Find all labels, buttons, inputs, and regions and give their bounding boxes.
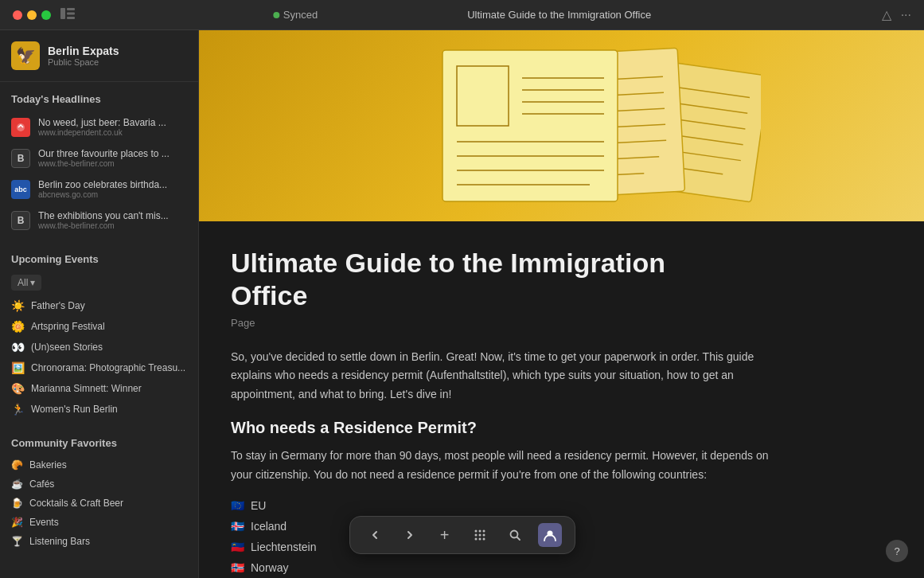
intro-paragraph: So, you've decided to settle down in Ber… bbox=[231, 348, 772, 404]
community-label-3: Cocktails & Craft Beer bbox=[29, 498, 123, 509]
event-emoji-1: ☀️ bbox=[11, 299, 25, 312]
events-section: Upcoming Events All ▾ ☀️ Father's Day 🌼 … bbox=[0, 242, 198, 426]
event-label-6: Women's Run Berlin bbox=[31, 404, 118, 415]
news-favicon-2: B bbox=[11, 149, 30, 168]
svg-line-40 bbox=[517, 537, 520, 541]
chevron-down-icon: ▾ bbox=[30, 277, 35, 288]
svg-rect-0 bbox=[60, 8, 65, 19]
event-item-2[interactable]: 🌼 Artspring Festival bbox=[0, 316, 198, 337]
filter-label: All bbox=[18, 277, 28, 288]
news-item-2[interactable]: B Our three favourite places to ... www.… bbox=[0, 143, 198, 174]
forward-button[interactable] bbox=[398, 523, 422, 547]
news-text-2: Our three favourite places to ... www.th… bbox=[38, 148, 170, 168]
workspace-name: Berlin Expats bbox=[48, 45, 119, 57]
iceland-label: Iceland bbox=[251, 520, 287, 533]
add-button[interactable]: + bbox=[433, 523, 457, 547]
community-item-2[interactable]: ☕ Cafés bbox=[0, 475, 198, 494]
eu-flag: 🇪🇺 bbox=[231, 499, 244, 512]
page-title: Ultimate Guide to the Immigration Office bbox=[467, 9, 651, 21]
fullscreen-button[interactable] bbox=[41, 10, 51, 20]
news-favicon-4: B bbox=[11, 211, 30, 230]
community-label-5: Listening Bars bbox=[29, 536, 90, 547]
event-item-1[interactable]: ☀️ Father's Day bbox=[0, 295, 198, 316]
event-item-4[interactable]: 🖼️ Chronorama: Photographic Treasu... bbox=[0, 357, 198, 378]
event-item-3[interactable]: 👀 (Un)seen Stories bbox=[0, 337, 198, 357]
event-item-5[interactable]: 🎨 Marianna Simnett: Winner bbox=[0, 378, 198, 399]
event-label-1: Father's Day bbox=[31, 300, 85, 311]
community-item-5[interactable]: 🍸 Listening Bars bbox=[0, 532, 198, 551]
content-area[interactable]: Ultimate Guide to the ImmigrationOffice … bbox=[199, 30, 924, 578]
country-item-norway: 🇳🇴 Norway bbox=[231, 561, 772, 574]
community-label-4: Events bbox=[29, 517, 59, 528]
workspace-icon: 🦅 bbox=[11, 41, 40, 70]
community-item-4[interactable]: 🎉 Events bbox=[0, 513, 198, 532]
svg-point-33 bbox=[474, 534, 477, 537]
events-title: Upcoming Events bbox=[0, 253, 198, 271]
news-title-4: The exhibitions you can't mis... bbox=[38, 210, 169, 221]
news-favicon-3: abc bbox=[11, 180, 30, 199]
titlebar: Synced Ultimate Guide to the Immigration… bbox=[0, 0, 924, 30]
news-source-2: www.the-berliner.com bbox=[38, 159, 170, 168]
sync-label: Synced bbox=[283, 9, 318, 21]
workspace-header[interactable]: 🦅 Berlin Expats Public Space bbox=[0, 30, 198, 82]
event-item-6[interactable]: 🏃 Women's Run Berlin bbox=[0, 399, 198, 420]
svg-point-35 bbox=[482, 534, 485, 537]
community-item-3[interactable]: 🍺 Cocktails & Craft Beer bbox=[0, 494, 198, 513]
news-item[interactable]: No weed, just beer: Bavaria ... www.inde… bbox=[0, 111, 198, 143]
sidebar: 🦅 Berlin Expats Public Space Today's Hea… bbox=[0, 30, 199, 578]
svg-rect-2 bbox=[67, 12, 75, 14]
workspace-info: Berlin Expats Public Space bbox=[48, 45, 119, 67]
floating-toolbar: + bbox=[349, 516, 575, 554]
news-item-4[interactable]: B The exhibitions you can't mis... www.t… bbox=[0, 205, 198, 236]
svg-point-38 bbox=[482, 538, 485, 541]
community-title: Community Favorites bbox=[0, 437, 198, 455]
traffic-lights bbox=[13, 10, 51, 20]
news-title-3: Berlin zoo celebrates birthda... bbox=[38, 179, 167, 190]
news-title-1: No weed, just beer: Bavaria ... bbox=[38, 117, 166, 128]
event-label-2: Artspring Festival bbox=[31, 321, 105, 332]
event-emoji-6: 🏃 bbox=[11, 403, 25, 416]
headlines-title: Today's Headlines bbox=[0, 93, 198, 111]
news-item-3[interactable]: abc Berlin zoo celebrates birthda... abc… bbox=[0, 174, 198, 205]
svg-point-32 bbox=[482, 530, 485, 533]
page-label: Page bbox=[231, 317, 772, 329]
community-emoji-5: 🍸 bbox=[11, 536, 23, 547]
main-layout: 🦅 Berlin Expats Public Space Today's Hea… bbox=[0, 30, 924, 578]
help-button[interactable]: ? bbox=[886, 540, 908, 562]
hero-image bbox=[199, 30, 924, 221]
norway-flag: 🇳🇴 bbox=[231, 561, 244, 574]
eu-label: EU bbox=[251, 499, 266, 512]
news-text-1: No weed, just beer: Bavaria ... www.inde… bbox=[38, 117, 166, 137]
article-title: Ultimate Guide to the ImmigrationOffice bbox=[231, 247, 772, 312]
filter-button[interactable]: All ▾ bbox=[11, 275, 41, 291]
news-text-3: Berlin zoo celebrates birthda... abcnews… bbox=[38, 179, 167, 199]
news-text-4: The exhibitions you can't mis... www.the… bbox=[38, 210, 169, 230]
svg-point-31 bbox=[478, 530, 481, 533]
close-button[interactable] bbox=[13, 10, 22, 20]
community-emoji-3: 🍺 bbox=[11, 498, 23, 509]
community-emoji-4: 🎉 bbox=[11, 517, 23, 528]
news-source-1: www.independent.co.uk bbox=[38, 128, 166, 137]
news-title-2: Our three favourite places to ... bbox=[38, 148, 170, 159]
search-button[interactable] bbox=[503, 523, 527, 547]
event-emoji-3: 👀 bbox=[11, 341, 25, 353]
workspace-type: Public Space bbox=[48, 57, 119, 67]
share-icon[interactable]: △ bbox=[882, 7, 891, 22]
hero-illustration bbox=[363, 38, 761, 213]
more-options-icon[interactable]: ··· bbox=[901, 8, 911, 22]
back-button[interactable] bbox=[363, 523, 387, 547]
minimize-button[interactable] bbox=[27, 10, 37, 20]
svg-rect-1 bbox=[67, 8, 75, 10]
titlebar-right: △ ··· bbox=[882, 7, 911, 22]
community-emoji-1: 🥐 bbox=[11, 459, 23, 471]
profile-button[interactable] bbox=[538, 523, 562, 547]
grid-button[interactable] bbox=[468, 523, 492, 547]
sync-status: Synced bbox=[273, 9, 318, 21]
sidebar-toggle-icon[interactable] bbox=[60, 8, 75, 22]
svg-point-34 bbox=[478, 534, 481, 537]
events-filter: All ▾ bbox=[0, 271, 198, 295]
svg-point-30 bbox=[474, 530, 477, 533]
community-item-1[interactable]: 🥐 Bakeries bbox=[0, 455, 198, 475]
liechtenstein-flag: 🇱🇮 bbox=[231, 541, 244, 553]
svg-point-37 bbox=[478, 538, 481, 541]
